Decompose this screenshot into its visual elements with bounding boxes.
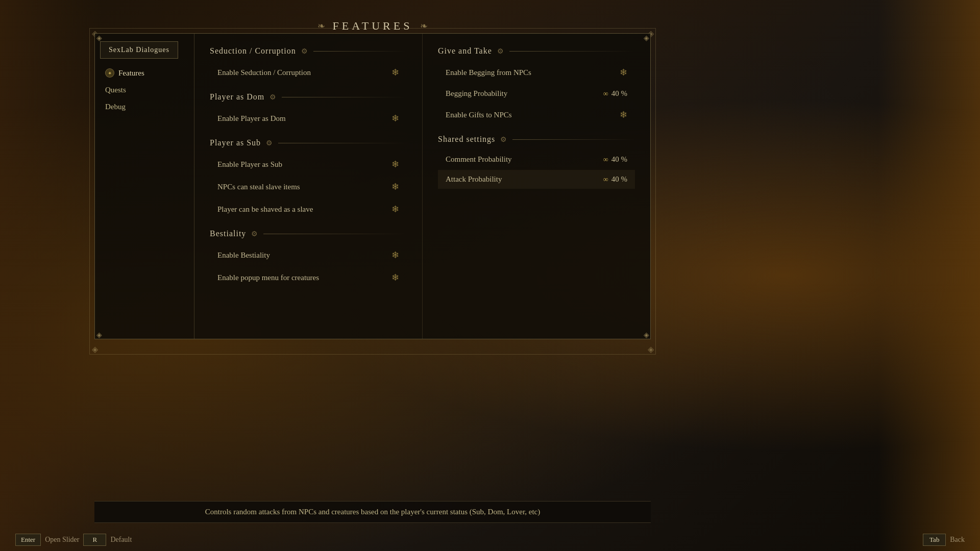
tab-key-badge: Tab bbox=[923, 534, 946, 546]
comment-probability-label: Comment Probability bbox=[446, 155, 512, 164]
give-take-line bbox=[509, 51, 635, 52]
nav-debug-label: Debug bbox=[105, 103, 126, 111]
enable-player-sub-toggle[interactable]: ❄ bbox=[391, 159, 399, 170]
enable-seduction-toggle[interactable]: ❄ bbox=[391, 67, 399, 78]
enable-popup-creatures-label: Enable popup menu for creatures bbox=[217, 273, 319, 282]
shared-header-label: Shared settings bbox=[438, 135, 495, 144]
player-shaved-label: Player can be shaved as a slave bbox=[217, 205, 313, 214]
enable-begging-toggle[interactable]: ❄ bbox=[620, 67, 627, 78]
setting-npc-steal-slave[interactable]: NPCs can steal slave items ❄ bbox=[210, 176, 407, 197]
menu-container: ❧ FEATURES ❧ ◈ ◈ ◈ ◈ SexLab Dialogues Fe… bbox=[94, 33, 651, 339]
begging-probability-value-group: ∞ 40 % bbox=[603, 89, 627, 98]
bg-left-overlay bbox=[0, 0, 102, 551]
seduction-line bbox=[313, 51, 407, 52]
sidebar-item-debug[interactable]: Debug bbox=[95, 98, 194, 115]
attack-probability-value: 40 % bbox=[611, 175, 627, 184]
player-shaved-toggle[interactable]: ❄ bbox=[391, 204, 399, 215]
setting-attack-probability[interactable]: Attack Probability ∞ 40 % bbox=[438, 170, 635, 189]
r-key-label: Default bbox=[110, 536, 132, 544]
comment-probability-value-group: ∞ 40 % bbox=[603, 155, 627, 164]
section-header-seduction: Seduction / Corruption ⚙ bbox=[210, 46, 407, 56]
npc-steal-slave-toggle[interactable]: ❄ bbox=[391, 181, 399, 192]
status-text: Controls random attacks from NPCs and cr… bbox=[205, 508, 541, 516]
setting-enable-seduction[interactable]: Enable Seduction / Corruption ❄ bbox=[210, 62, 407, 83]
enable-popup-creatures-toggle[interactable]: ❄ bbox=[391, 272, 399, 283]
enable-bestiality-label: Enable Bestiality bbox=[217, 251, 270, 260]
section-seduction: Seduction / Corruption ⚙ Enable Seductio… bbox=[210, 46, 407, 83]
comment-probability-icon: ∞ bbox=[603, 156, 608, 164]
enable-bestiality-toggle[interactable]: ❄ bbox=[391, 249, 399, 261]
title-bar: ❧ FEATURES ❧ bbox=[317, 19, 428, 33]
sidebar: SexLab Dialogues Features Quests Debug bbox=[95, 34, 194, 339]
setting-enable-player-dom[interactable]: Enable Player as Dom ❄ bbox=[210, 108, 407, 129]
section-shared-settings: Shared settings ⚙ Comment Probability ∞ … bbox=[438, 135, 635, 189]
section-header-player-dom: Player as Dom ⚙ bbox=[210, 92, 407, 102]
section-header-player-sub: Player as Sub ⚙ bbox=[210, 138, 407, 147]
enable-player-dom-label: Enable Player as Dom bbox=[217, 114, 286, 123]
control-group-left: Enter Open Slider R Default bbox=[15, 534, 132, 546]
bestiality-ornament: ⚙ bbox=[251, 230, 258, 238]
begging-probability-value: 40 % bbox=[611, 89, 627, 98]
give-take-ornament: ⚙ bbox=[497, 47, 504, 56]
player-dom-ornament: ⚙ bbox=[270, 93, 277, 102]
begging-probability-label: Begging Probability bbox=[446, 89, 507, 98]
player-sub-line bbox=[278, 143, 407, 143]
nav-features-label: Features bbox=[118, 69, 144, 78]
section-bestiality: Bestiality ⚙ Enable Bestiality ❄ Enable … bbox=[210, 229, 407, 288]
npc-steal-slave-label: NPCs can steal slave items bbox=[217, 183, 300, 191]
section-give-take: Give and Take ⚙ Enable Begging from NPCs… bbox=[438, 46, 635, 126]
setting-enable-popup-creatures[interactable]: Enable popup menu for creatures ❄ bbox=[210, 267, 407, 288]
seduction-ornament: ⚙ bbox=[301, 47, 308, 56]
shared-line bbox=[512, 139, 635, 140]
setting-enable-player-sub[interactable]: Enable Player as Sub ❄ bbox=[210, 154, 407, 175]
enter-key-label: Open Slider bbox=[45, 536, 79, 544]
setting-player-shaved[interactable]: Player can be shaved as a slave ❄ bbox=[210, 198, 407, 220]
left-column: Seduction / Corruption ⚙ Enable Seductio… bbox=[194, 34, 423, 339]
tab-key-label: Back bbox=[950, 536, 965, 544]
seduction-header-label: Seduction / Corruption bbox=[210, 46, 296, 56]
bottom-controls: Enter Open Slider R Default Tab Back bbox=[0, 534, 980, 546]
section-player-dom: Player as Dom ⚙ Enable Player as Dom ❄ bbox=[210, 92, 407, 129]
player-dom-line bbox=[282, 97, 407, 97]
sidebar-item-quests[interactable]: Quests bbox=[95, 82, 194, 98]
page-title: FEATURES bbox=[333, 19, 413, 33]
player-sub-ornament: ⚙ bbox=[266, 139, 273, 147]
setting-enable-begging[interactable]: Enable Begging from NPCs ❄ bbox=[438, 62, 635, 83]
content-area: Seduction / Corruption ⚙ Enable Seductio… bbox=[194, 34, 650, 339]
enter-key-badge: Enter bbox=[15, 534, 41, 546]
give-take-header-label: Give and Take bbox=[438, 46, 492, 56]
bestiality-header-label: Bestiality bbox=[210, 229, 246, 238]
shared-ornament: ⚙ bbox=[500, 135, 507, 144]
section-header-shared: Shared settings ⚙ bbox=[438, 135, 635, 144]
sidebar-title: SexLab Dialogues bbox=[100, 41, 178, 59]
player-dom-header-label: Player as Dom bbox=[210, 92, 264, 102]
status-bar: Controls random attacks from NPCs and cr… bbox=[94, 501, 651, 523]
r-key-badge: R bbox=[83, 534, 106, 546]
section-header-give-take: Give and Take ⚙ bbox=[438, 46, 635, 56]
setting-begging-probability[interactable]: Begging Probability ∞ 40 % bbox=[438, 84, 635, 103]
bestiality-line bbox=[263, 234, 407, 234]
right-column: Give and Take ⚙ Enable Begging from NPCs… bbox=[423, 34, 650, 339]
attack-probability-value-group: ∞ 40 % bbox=[603, 175, 627, 184]
enable-begging-label: Enable Begging from NPCs bbox=[446, 68, 531, 77]
enable-gifts-toggle[interactable]: ❄ bbox=[620, 109, 627, 120]
comment-probability-value: 40 % bbox=[611, 155, 627, 164]
features-icon bbox=[105, 68, 114, 78]
attack-probability-label: Attack Probability bbox=[446, 175, 502, 184]
setting-enable-gifts[interactable]: Enable Gifts to NPCs ❄ bbox=[438, 104, 635, 126]
begging-probability-icon: ∞ bbox=[603, 90, 608, 98]
section-player-sub: Player as Sub ⚙ Enable Player as Sub ❄ N… bbox=[210, 138, 407, 220]
player-sub-header-label: Player as Sub bbox=[210, 138, 261, 147]
enable-player-sub-label: Enable Player as Sub bbox=[217, 160, 282, 169]
title-ornament-right: ❧ bbox=[420, 20, 428, 32]
control-group-right: Tab Back bbox=[923, 534, 965, 546]
bg-right-overlay bbox=[878, 0, 980, 551]
enable-gifts-label: Enable Gifts to NPCs bbox=[446, 111, 512, 119]
enable-player-dom-toggle[interactable]: ❄ bbox=[391, 113, 399, 124]
setting-comment-probability[interactable]: Comment Probability ∞ 40 % bbox=[438, 150, 635, 169]
enable-seduction-label: Enable Seduction / Corruption bbox=[217, 68, 311, 77]
sidebar-item-features[interactable]: Features bbox=[95, 64, 194, 82]
nav-quests-label: Quests bbox=[105, 86, 126, 94]
setting-enable-bestiality[interactable]: Enable Bestiality ❄ bbox=[210, 244, 407, 266]
attack-probability-icon: ∞ bbox=[603, 176, 608, 184]
